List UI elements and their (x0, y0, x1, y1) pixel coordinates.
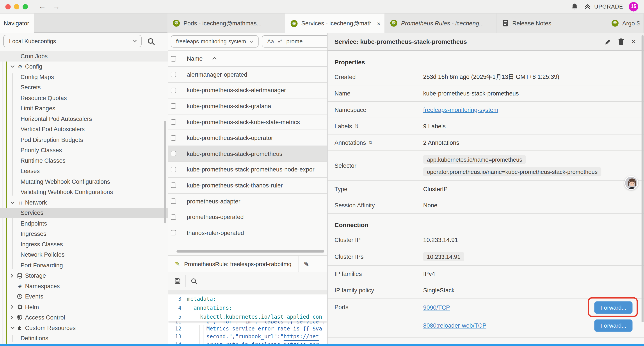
table-row[interactable]: kube-prometheus-stack-kube-state-metrics (168, 114, 327, 130)
edit-icon[interactable] (604, 38, 611, 45)
sidebar-item-config[interactable]: ⚙Config (0, 61, 168, 72)
sidebar-item-network-policies[interactable]: Network Policies (0, 249, 168, 260)
sort-updown-icon[interactable]: ⇅ (368, 140, 373, 145)
table-row[interactable]: alertmanager-operated (168, 67, 327, 82)
tab-prometheusrule-editor[interactable]: ✎ PrometheusRule: freeleaps-prod-rabbitm… (168, 256, 298, 272)
chevron-down-icon[interactable] (10, 201, 15, 204)
sidebar-scrollbar[interactable] (164, 121, 166, 223)
tab-release[interactable]: Release Notes (497, 13, 606, 33)
sort-updown-icon[interactable]: ⇅ (354, 123, 358, 129)
row-checkbox[interactable] (171, 151, 176, 156)
row-checkbox[interactable] (171, 119, 176, 125)
sidebar-item-namespaces[interactable]: ◈Namespaces (0, 281, 168, 292)
chevron-right-icon[interactable] (10, 273, 14, 278)
sidebar-item-custom-resources[interactable]: Custom Resources (0, 323, 168, 333)
horizontal-scrollbar[interactable] (176, 250, 324, 253)
table-row[interactable]: prometheus-operated (168, 209, 327, 225)
table-row[interactable]: kube-prometheus-stack-operator (168, 130, 327, 146)
sidebar-item-definitions[interactable]: Definitions (0, 333, 168, 344)
resource-search-input[interactable]: Aa ▪* prome (262, 35, 327, 47)
search-icon[interactable] (147, 37, 155, 45)
match-case-icon[interactable]: Aa (267, 38, 274, 44)
sidebar-item-network[interactable]: ↑↓Network (0, 197, 168, 208)
tab-argo[interactable]: ☸Argo Se (606, 13, 644, 33)
close-window-button[interactable] (5, 4, 10, 9)
row-checkbox[interactable] (171, 198, 176, 204)
row-checkbox[interactable] (171, 88, 176, 93)
sidebar-item-cron-jobs[interactable]: Cron Jobs (0, 51, 168, 61)
sidebar-item-pod-disruption-budgets[interactable]: Pod Disruption Budgets (0, 134, 168, 145)
port-link[interactable]: 8080:reloader-web/TCP (423, 322, 486, 329)
kubeconfig-select[interactable]: Local Kubeconfigs (3, 35, 142, 47)
save-icon[interactable] (174, 278, 181, 285)
notification-badge[interactable]: 15 (629, 2, 638, 11)
tab-pods[interactable]: ☸Pods - icecheng@mathmas... (168, 13, 285, 33)
sidebar-item-events[interactable]: Events (0, 291, 168, 302)
close-tab-icon[interactable]: × (377, 20, 380, 27)
namespace-link[interactable]: freeleaps-monitoring-system (423, 106, 498, 113)
forward-button[interactable]: Forward... (594, 301, 632, 314)
yaml-editor[interactable]: 3metadata:4 annotations:5 kubectl.kubern… (168, 294, 327, 344)
delete-icon[interactable] (618, 38, 624, 45)
sidebar-item-config-maps[interactable]: Config Maps (0, 72, 168, 82)
close-icon[interactable]: × (631, 38, 636, 45)
tab-prometheus[interactable]: ☸Prometheus Rules - icecheng... (385, 13, 497, 33)
table-row[interactable]: thanos-ruler-operated (168, 225, 327, 241)
detail-scrollbar[interactable] (642, 35, 644, 322)
row-checkbox[interactable] (171, 72, 176, 77)
back-icon[interactable]: ← (38, 3, 46, 10)
chevron-right-icon[interactable] (10, 305, 14, 310)
tab-editor-partial[interactable]: ✎ (298, 256, 327, 272)
table-row[interactable]: kube-prometheus-stack-thanos-ruler (168, 178, 327, 193)
sidebar-item-runtime-classes[interactable]: Runtime Classes (0, 155, 168, 166)
row-checkbox[interactable] (171, 135, 176, 140)
sidebar-item-limit-ranges[interactable]: Limit Ranges (0, 103, 168, 114)
chevron-down-icon[interactable] (10, 326, 15, 330)
forward-icon[interactable]: → (52, 3, 60, 10)
bell-icon[interactable] (571, 3, 578, 10)
sidebar-item-vertical-pod-autoscalers[interactable]: Vertical Pod Autoscalers (0, 124, 168, 134)
sidebar-item-access-control[interactable]: Access Control (0, 312, 168, 323)
tab-navigator[interactable]: Navigator (0, 13, 34, 33)
sidebar-item-validating-webhook-configurations[interactable]: Validating Webhook Configurations (0, 187, 168, 197)
maximize-window-button[interactable] (22, 4, 28, 9)
sidebar-item-leases[interactable]: Leases (0, 166, 168, 176)
sidebar-item-storage[interactable]: Storage (0, 271, 168, 281)
find-icon[interactable] (190, 278, 198, 285)
table-row[interactable]: kube-prometheus-stack-prometheus-node-ex… (168, 162, 327, 178)
table-row[interactable]: kube-prometheus-stack-alertmanager (168, 82, 327, 98)
table-row[interactable]: prometheus-adapter (168, 193, 327, 209)
sidebar-item-priority-classes[interactable]: Priority Classes (0, 145, 168, 155)
row-checkbox[interactable] (171, 104, 176, 109)
upgrade-button[interactable]: UPGRADE (584, 3, 623, 10)
sidebar-item-helm[interactable]: Helm (0, 302, 168, 312)
sidebar-item-secrets[interactable]: Secrets (0, 82, 168, 93)
avatar[interactable] (624, 176, 638, 190)
regex-icon[interactable]: ▪* (278, 38, 282, 44)
row-checkbox[interactable] (171, 230, 176, 235)
tab-services[interactable]: ☸Services - icecheng@math...× (285, 13, 385, 33)
sidebar-item-ingresses[interactable]: Ingresses (0, 229, 168, 239)
sidebar-item-resource-quotas[interactable]: Resource Quotas (0, 93, 168, 103)
sidebar-item-services[interactable]: Services (0, 208, 168, 218)
minimize-window-button[interactable] (14, 4, 19, 9)
sidebar-item-ingress-classes[interactable]: Ingress Classes (0, 239, 168, 250)
row-checkbox[interactable] (171, 214, 176, 220)
chevron-down-icon[interactable] (10, 65, 15, 68)
row-checkbox[interactable] (171, 167, 176, 172)
forward-button[interactable]: Forward... (594, 320, 632, 332)
sidebar-item-mutating-webhook-configurations[interactable]: Mutating Webhook Configurations (0, 176, 168, 187)
code-link[interactable]: https://net (284, 333, 319, 341)
sidebar-item-horizontal-pod-autoscalers[interactable]: Horizontal Pod Autoscalers (0, 114, 168, 124)
row-checkbox[interactable] (171, 183, 176, 188)
select-all-checkbox[interactable] (171, 56, 176, 61)
name-column-header[interactable]: Name (187, 55, 202, 62)
table-row[interactable]: kube-prometheus-stack-grafana (168, 98, 327, 114)
sort-ascending-icon[interactable] (212, 57, 217, 60)
port-link[interactable]: 9090/TCP (423, 304, 450, 311)
namespace-select[interactable]: freeleaps-monitoring-system (171, 35, 259, 47)
chevron-right-icon[interactable] (10, 315, 14, 320)
sidebar-item-port-forwarding[interactable]: Port Forwarding (0, 260, 168, 271)
table-row[interactable]: kube-prometheus-stack-prometheus (168, 146, 327, 162)
sidebar-item-endpoints[interactable]: Endpoints (0, 218, 168, 229)
